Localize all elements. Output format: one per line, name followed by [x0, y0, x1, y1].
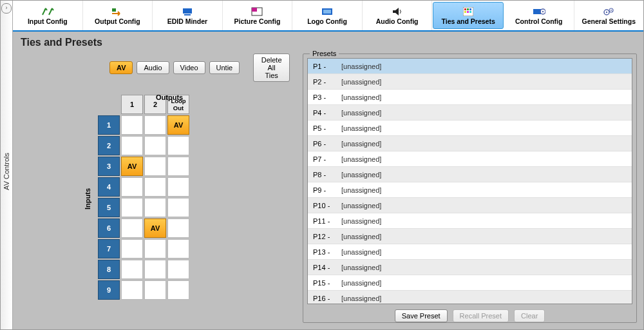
tie-cell[interactable] [167, 136, 189, 155]
toolbar-label: EDID Minder [167, 17, 207, 25]
tie-cell[interactable] [144, 198, 166, 217]
tie-cell[interactable] [144, 115, 166, 135]
tie-cell[interactable] [144, 177, 166, 197]
tie-cell[interactable] [167, 260, 189, 279]
preset-name: [unassigned] [341, 78, 381, 86]
tie-grid-wrap: Outputs Inputs 12LoopOut1AV23AV456AV789 [97, 93, 290, 301]
preset-row[interactable]: P9 -[unassigned] [308, 182, 632, 198]
presets-legend: Presets [310, 50, 339, 57]
tie-cell[interactable] [144, 280, 166, 300]
preset-row[interactable]: P13 -[unassigned] [308, 244, 632, 260]
svg-rect-10 [469, 8, 471, 10]
preset-row[interactable]: P6 -[unassigned] [308, 136, 632, 151]
svg-rect-6 [323, 10, 331, 14]
tie-cell[interactable] [121, 260, 143, 279]
svg-rect-8 [464, 8, 466, 10]
preset-row[interactable]: P14 -[unassigned] [308, 260, 632, 275]
svg-rect-11 [464, 11, 466, 13]
tie-grid: 12LoopOut1AV23AV456AV789 [97, 93, 191, 301]
columns: AV Audio Video Untie Delete All Ties Out… [19, 53, 637, 323]
toolbar-edid-minder[interactable]: EDID Minder [153, 1, 223, 30]
tie-cell[interactable] [167, 177, 189, 197]
tie-cell[interactable] [121, 218, 143, 238]
recall-preset-button[interactable]: Recall Preset [453, 309, 509, 322]
toolbar-control-config[interactable]: Control Config [504, 1, 574, 30]
tie-cell[interactable] [121, 198, 143, 217]
preset-id: P10 - [313, 202, 341, 209]
toolbar-ties-presets[interactable]: Ties and Presets [433, 2, 504, 29]
preset-row[interactable]: P15 -[unassigned] [308, 275, 632, 291]
preset-id: P1 - [313, 63, 341, 70]
tie-cell[interactable] [167, 280, 189, 300]
tie-cell[interactable] [167, 218, 189, 238]
preset-row[interactable]: P2 -[unassigned] [308, 74, 632, 90]
toolbar-label: Ties and Presets [442, 17, 495, 25]
preset-name: [unassigned] [341, 248, 381, 256]
tie-cell[interactable] [144, 136, 166, 155]
toolbar-label: Input Config [28, 17, 68, 25]
preset-row[interactable]: P8 -[unassigned] [308, 167, 632, 182]
preset-name: [unassigned] [341, 295, 381, 302]
toolbar-general-settings[interactable]: General Settings [574, 1, 644, 30]
input-header: 9 [98, 280, 120, 300]
output-config-icon [111, 6, 124, 17]
toolbar-picture-config[interactable]: Picture Config [223, 1, 293, 30]
toolbar-label: Output Config [95, 17, 140, 25]
tie-cell[interactable] [121, 115, 143, 135]
preset-id: P3 - [313, 93, 341, 101]
toolbar-logo-config[interactable]: Logo Config [292, 1, 363, 30]
tie-cell[interactable] [121, 239, 143, 258]
tie-cell[interactable] [121, 136, 143, 155]
preset-row[interactable]: P5 -[unassigned] [308, 121, 632, 136]
expand-rail-button[interactable]: › [1, 3, 12, 14]
tie-cell[interactable] [144, 260, 166, 279]
input-header: 1 [98, 115, 120, 135]
clear-preset-button[interactable]: Clear [514, 309, 545, 322]
svg-rect-12 [467, 11, 469, 13]
video-button[interactable]: Video [173, 61, 205, 74]
preset-row[interactable]: P7 -[unassigned] [308, 151, 632, 167]
preset-id: P5 - [313, 124, 341, 132]
preset-row[interactable]: P11 -[unassigned] [308, 213, 632, 229]
svg-rect-1 [183, 8, 192, 14]
av-button[interactable]: AV [109, 61, 133, 74]
edid-icon [181, 6, 194, 17]
tie-cell[interactable] [144, 157, 166, 176]
tie-cell[interactable] [167, 157, 189, 176]
preset-row[interactable]: P16 -[unassigned] [308, 291, 632, 304]
preset-buttons: Save Preset Recall Preset Clear [307, 309, 632, 322]
toolbar-label: Logo Config [307, 17, 347, 25]
tie-cell[interactable] [167, 198, 189, 217]
preset-id: P12 - [313, 233, 341, 240]
preset-row[interactable]: P10 -[unassigned] [308, 198, 632, 213]
tie-cell[interactable] [121, 280, 143, 300]
tie-cell[interactable] [167, 239, 189, 258]
preset-list[interactable]: P1 -[unassigned]P2 -[unassigned]P3 -[una… [307, 58, 632, 304]
input-header: 5 [98, 198, 120, 217]
outputs-label: Outputs [156, 93, 183, 101]
tie-cell[interactable] [144, 239, 166, 258]
tie-cell[interactable]: AV [167, 115, 189, 135]
preset-name: [unassigned] [341, 233, 381, 240]
delete-all-ties-button[interactable]: Delete All Ties [253, 53, 290, 82]
untie-button[interactable]: Untie [209, 61, 240, 74]
tie-cell[interactable] [121, 177, 143, 197]
toolbar-audio-config[interactable]: Audio Config [363, 1, 433, 30]
preset-name: [unassigned] [341, 202, 381, 209]
preset-row[interactable]: P1 -[unassigned] [308, 59, 632, 74]
preset-row[interactable]: P12 -[unassigned] [308, 229, 632, 244]
toolbar-label: Picture Config [234, 17, 281, 25]
audio-button[interactable]: Audio [137, 61, 169, 74]
tie-cell[interactable]: AV [121, 157, 143, 176]
toolbar-output-config[interactable]: Output Config [83, 1, 153, 30]
preset-row[interactable]: P4 -[unassigned] [308, 105, 632, 121]
gear-icon [602, 6, 615, 17]
svg-point-16 [542, 10, 544, 12]
picture-icon [251, 6, 263, 17]
save-preset-button[interactable]: Save Preset [395, 309, 448, 322]
svg-rect-13 [469, 11, 471, 13]
top-toolbar: Input Config Output Config EDID Minder P… [13, 1, 643, 32]
tie-cell[interactable]: AV [144, 218, 166, 238]
toolbar-input-config[interactable]: Input Config [13, 1, 83, 30]
preset-row[interactable]: P3 -[unassigned] [308, 90, 632, 105]
